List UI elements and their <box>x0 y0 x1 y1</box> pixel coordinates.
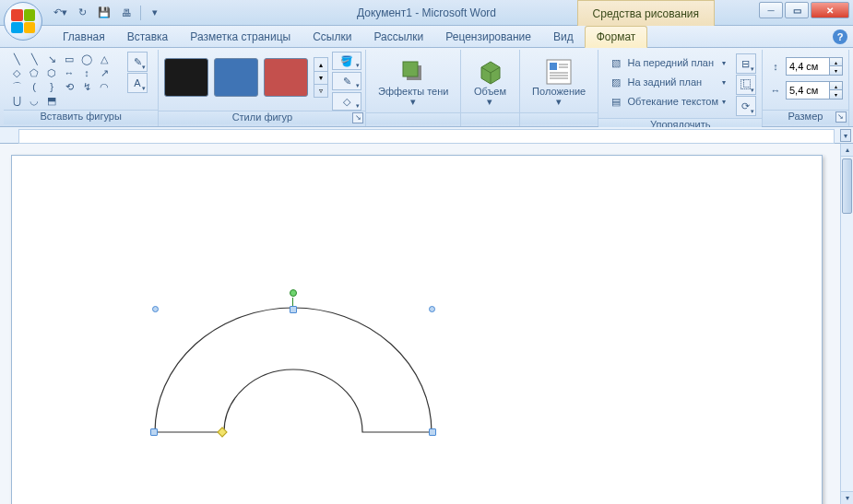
qat-customize-button[interactable]: ▾ <box>147 5 163 21</box>
shape-fill-button[interactable]: 🪣 <box>332 52 361 70</box>
qat-separator <box>140 6 141 20</box>
height-spinner[interactable]: ▴▾ <box>786 57 843 76</box>
shape-icon-11[interactable]: ↗ <box>96 66 113 79</box>
shape-icon-20[interactable]: ⬒ <box>43 94 60 107</box>
handle-top-left[interactable] <box>152 306 159 312</box>
handle-bottom-right[interactable] <box>429 428 436 436</box>
volume-label: Объем ▾ <box>471 87 509 107</box>
minimize-button[interactable]: ─ <box>759 2 783 18</box>
handle-bottom-left[interactable] <box>150 428 158 436</box>
handle-top-mid[interactable] <box>290 306 297 313</box>
shape-icon-17[interactable]: ◠ <box>96 80 113 93</box>
shape-icon-4[interactable]: ◯ <box>78 53 95 65</box>
height-input[interactable] <box>787 58 829 75</box>
gallery-down-button[interactable]: ▾ <box>314 71 327 84</box>
ribbon-tabs: Главная Вставка Разметка страницы Ссылки… <box>0 26 853 48</box>
shape-icon-3[interactable]: ▭ <box>61 53 77 65</box>
width-up[interactable]: ▴ <box>830 82 842 90</box>
tab-view[interactable]: Вид <box>542 27 585 47</box>
help-button[interactable]: ? <box>833 29 847 44</box>
bring-to-front-button[interactable]: ▧На передний план▾ <box>604 53 730 72</box>
group-size: ↕ ▴▾ ↔ ▴▾ Размер↘ <box>763 50 849 126</box>
office-logo-icon <box>11 9 35 33</box>
style-swatch-3[interactable] <box>264 58 308 97</box>
shape-outline-button[interactable]: ✎ <box>332 72 361 90</box>
style-gallery[interactable]: ▴ ▾ ▿ <box>162 52 330 103</box>
panel-toggle-button[interactable]: ▾ <box>840 129 851 142</box>
shape-icon-18[interactable]: ⋃ <box>8 94 25 107</box>
handle-top-right[interactable] <box>429 306 435 312</box>
gallery-more-button[interactable]: ▿ <box>314 84 327 97</box>
tab-mailings[interactable]: Рассылки <box>362 27 434 47</box>
tab-references[interactable]: Ссылки <box>302 27 362 47</box>
bring-front-icon: ▧ <box>609 55 623 70</box>
width-spinner[interactable]: ▴▾ <box>786 81 843 100</box>
group-label-insert-shapes: Вставить фигуры <box>4 110 158 124</box>
volume-button[interactable]: Объем ▾ <box>465 52 515 112</box>
height-up[interactable]: ▴ <box>830 58 842 66</box>
block-arc-shape[interactable] <box>150 303 436 441</box>
tab-format[interactable]: Формат <box>585 26 648 48</box>
size-launcher[interactable]: ↘ <box>835 111 847 123</box>
horizontal-ruler[interactable] <box>0 127 853 144</box>
ribbon: ╲╲↘▭◯△◇⬠⬡↔↕↗⌒(}⟲↯◠⋃◡⬒ ✎ A Вставить фигур… <box>0 48 853 127</box>
window-controls: ─ ▭ ✕ <box>759 2 849 18</box>
tab-review[interactable]: Рецензирование <box>434 27 542 47</box>
redo-button[interactable]: ↻ <box>74 5 90 21</box>
title-bar: ↶▾ ↻ 💾 🖶 ▾ Документ1 - Microsoft Word Ср… <box>0 0 853 26</box>
save-button[interactable]: 💾 <box>96 5 113 21</box>
rotate-button[interactable]: ⟳ <box>736 96 756 116</box>
rotation-handle[interactable] <box>290 289 297 297</box>
edit-shape-button[interactable]: ✎ <box>127 52 148 72</box>
send-to-back-button[interactable]: ▨На задний план▾ <box>604 73 730 91</box>
shape-icon-14[interactable]: } <box>43 80 60 93</box>
shadow-effects-button[interactable]: Эффекты тени ▾ <box>370 52 456 112</box>
group-arrange: ▧На передний план▾ ▨На задний план▾ ▤Обт… <box>598 50 763 126</box>
shape-icon-1[interactable]: ╲ <box>26 53 42 65</box>
office-button[interactable] <box>4 2 42 41</box>
tab-insert[interactable]: Вставка <box>116 27 180 47</box>
height-down[interactable]: ▾ <box>830 66 842 75</box>
shape-styles-launcher[interactable]: ↘ <box>352 112 363 123</box>
shape-icon-2[interactable]: ↘ <box>43 53 60 65</box>
close-button[interactable]: ✕ <box>811 2 849 18</box>
change-shape-button[interactable]: ◇ <box>332 92 361 111</box>
draw-textbox-button[interactable]: A <box>127 73 148 93</box>
cube-icon <box>475 57 504 87</box>
scroll-down-button[interactable]: ▾ <box>841 491 853 504</box>
width-down[interactable]: ▾ <box>830 90 842 99</box>
tab-layout[interactable]: Разметка страницы <box>179 27 302 47</box>
shape-icon-10[interactable]: ↕ <box>78 66 95 79</box>
scroll-thumb[interactable] <box>842 158 852 214</box>
position-icon <box>544 57 574 87</box>
align-button[interactable]: ⊟ <box>736 53 756 74</box>
shape-icon-12[interactable]: ⌒ <box>8 80 25 93</box>
shape-icon-9[interactable]: ↔ <box>61 66 77 79</box>
shapes-gallery[interactable]: ╲╲↘▭◯△◇⬠⬡↔↕↗⌒(}⟲↯◠⋃◡⬒ <box>7 52 125 108</box>
style-swatch-1[interactable] <box>164 58 208 97</box>
position-button[interactable]: Положение ▾ <box>524 52 595 112</box>
document-area[interactable] <box>0 144 840 504</box>
undo-button[interactable]: ↶▾ <box>52 5 68 21</box>
group-insert-shapes: ╲╲↘▭◯△◇⬠⬡↔↕↗⌒(}⟲↯◠⋃◡⬒ ✎ A Вставить фигур… <box>4 50 159 126</box>
gallery-up-button[interactable]: ▴ <box>314 58 327 71</box>
shape-icon-16[interactable]: ↯ <box>78 80 95 93</box>
maximize-button[interactable]: ▭ <box>785 2 809 18</box>
shape-icon-5[interactable]: △ <box>96 53 113 65</box>
text-wrap-button[interactable]: ▤Обтекание текстом▾ <box>604 92 730 111</box>
shape-icon-8[interactable]: ⬡ <box>43 66 60 79</box>
style-swatch-2[interactable] <box>214 58 258 97</box>
shape-icon-19[interactable]: ◡ <box>26 94 42 107</box>
shape-icon-6[interactable]: ◇ <box>8 66 25 79</box>
group-button[interactable]: ⿺ <box>736 75 756 95</box>
shape-icon-7[interactable]: ⬠ <box>26 66 42 79</box>
page[interactable] <box>11 155 823 504</box>
shape-icon-0[interactable]: ╲ <box>8 53 25 65</box>
vertical-scrollbar[interactable]: ▴ ▾ <box>840 144 853 504</box>
shape-icon-13[interactable]: ( <box>26 80 42 93</box>
shape-icon-15[interactable]: ⟲ <box>61 80 77 93</box>
scroll-up-button[interactable]: ▴ <box>841 144 853 157</box>
width-input[interactable] <box>787 82 829 99</box>
tab-home[interactable]: Главная <box>52 27 116 47</box>
print-preview-button[interactable]: 🖶 <box>118 5 135 21</box>
